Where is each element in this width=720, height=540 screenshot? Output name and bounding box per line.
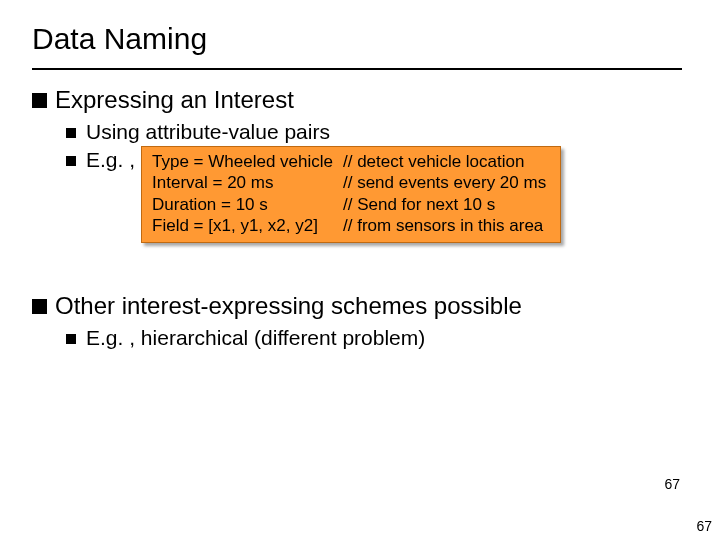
code-attr: Field = [x1, y1, x2, y2] (152, 215, 337, 236)
slide-title: Data Naming (32, 22, 207, 56)
title-underline (32, 68, 682, 70)
bullet-l2-text: E.g. , hierarchical (different problem) (86, 326, 425, 350)
page-number: 67 (664, 476, 680, 492)
bullet-l2-attribute-value: Using attribute-value pairs (66, 120, 692, 144)
bullet-l1-text: Expressing an Interest (55, 86, 294, 114)
code-row: Interval = 20 ms // send events every 20… (152, 172, 550, 193)
slide: Data Naming Expressing an Interest Using… (0, 0, 720, 540)
code-attr: Duration = 10 s (152, 194, 337, 215)
code-box-wrap: Type = Wheeled vehicle // detect vehicle… (141, 146, 561, 243)
bullet-l1-expressing-interest: Expressing an Interest (32, 86, 692, 114)
bullet-l2-hierarchical: E.g. , hierarchical (different problem) (66, 326, 692, 350)
code-comment: // from sensors in this area (337, 215, 550, 236)
code-comment: // Send for next 10 s (337, 194, 550, 215)
code-row: Duration = 10 s // Send for next 10 s (152, 194, 550, 215)
sub-bullets-2: E.g. , hierarchical (different problem) (66, 326, 692, 350)
code-table: Type = Wheeled vehicle // detect vehicle… (152, 151, 550, 236)
small-square-bullet-icon (66, 128, 76, 138)
small-square-bullet-icon (66, 334, 76, 344)
content-block-1: Expressing an Interest Using attribute-v… (32, 86, 692, 247)
square-bullet-icon (32, 93, 47, 108)
bullet-l2-text: Using attribute-value pairs (86, 120, 330, 144)
code-attr: Type = Wheeled vehicle (152, 151, 337, 172)
bullet-l2-example: E.g. , Type = Wheeled vehicle // detect … (66, 148, 692, 243)
small-square-bullet-icon (66, 156, 76, 166)
interest-code-box: Type = Wheeled vehicle // detect vehicle… (141, 146, 561, 243)
code-row: Type = Wheeled vehicle // detect vehicle… (152, 151, 550, 172)
code-comment: // send events every 20 ms (337, 172, 550, 193)
square-bullet-icon (32, 299, 47, 314)
code-attr: Interval = 20 ms (152, 172, 337, 193)
code-comment: // detect vehicle location (337, 151, 550, 172)
bullet-l2-eg-label: E.g. , (86, 148, 135, 172)
code-row: Field = [x1, y1, x2, y2] // from sensors… (152, 215, 550, 236)
bullet-l1-text: Other interest-expressing schemes possib… (55, 292, 522, 320)
bullet-l1-other-schemes: Other interest-expressing schemes possib… (32, 292, 692, 320)
sub-bullets-1: Using attribute-value pairs E.g. , Type … (66, 120, 692, 243)
page-number-outer: 67 (696, 518, 712, 534)
content-block-2: Other interest-expressing schemes possib… (32, 292, 692, 354)
